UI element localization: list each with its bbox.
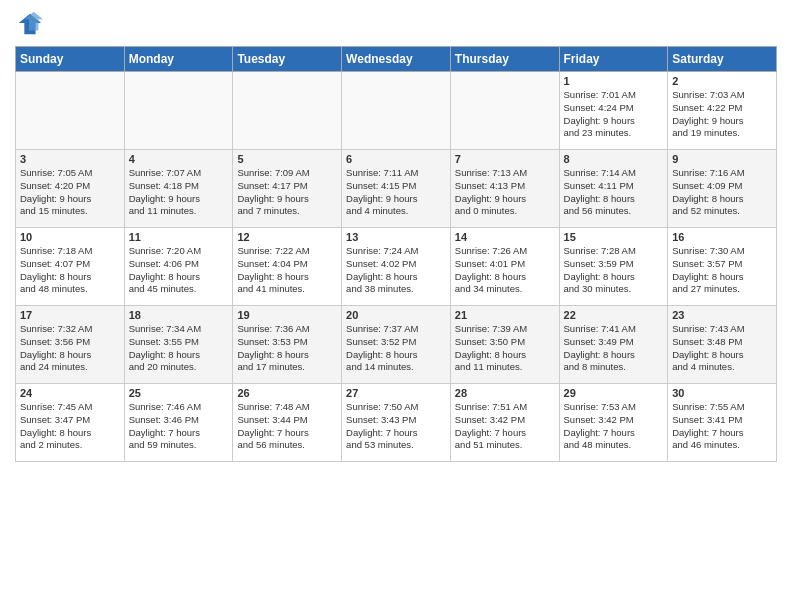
day-cell: 5Sunrise: 7:09 AM Sunset: 4:17 PM Daylig… (233, 150, 342, 228)
weekday-header-saturday: Saturday (668, 47, 777, 72)
day-info: Sunrise: 7:28 AM Sunset: 3:59 PM Dayligh… (564, 245, 664, 296)
weekday-header-row: SundayMondayTuesdayWednesdayThursdayFrid… (16, 47, 777, 72)
day-info: Sunrise: 7:13 AM Sunset: 4:13 PM Dayligh… (455, 167, 555, 218)
day-number: 8 (564, 153, 664, 165)
day-cell: 28Sunrise: 7:51 AM Sunset: 3:42 PM Dayli… (450, 384, 559, 462)
day-info: Sunrise: 7:46 AM Sunset: 3:46 PM Dayligh… (129, 401, 229, 452)
calendar-table: SundayMondayTuesdayWednesdayThursdayFrid… (15, 46, 777, 462)
day-number: 26 (237, 387, 337, 399)
day-number: 20 (346, 309, 446, 321)
day-info: Sunrise: 7:51 AM Sunset: 3:42 PM Dayligh… (455, 401, 555, 452)
day-info: Sunrise: 7:50 AM Sunset: 3:43 PM Dayligh… (346, 401, 446, 452)
week-row-3: 10Sunrise: 7:18 AM Sunset: 4:07 PM Dayli… (16, 228, 777, 306)
week-row-1: 1Sunrise: 7:01 AM Sunset: 4:24 PM Daylig… (16, 72, 777, 150)
day-info: Sunrise: 7:43 AM Sunset: 3:48 PM Dayligh… (672, 323, 772, 374)
day-number: 28 (455, 387, 555, 399)
weekday-header-monday: Monday (124, 47, 233, 72)
day-number: 25 (129, 387, 229, 399)
day-cell: 9Sunrise: 7:16 AM Sunset: 4:09 PM Daylig… (668, 150, 777, 228)
logo-icon (15, 10, 43, 38)
day-cell: 10Sunrise: 7:18 AM Sunset: 4:07 PM Dayli… (16, 228, 125, 306)
day-cell: 1Sunrise: 7:01 AM Sunset: 4:24 PM Daylig… (559, 72, 668, 150)
weekday-header-friday: Friday (559, 47, 668, 72)
day-cell: 18Sunrise: 7:34 AM Sunset: 3:55 PM Dayli… (124, 306, 233, 384)
day-cell: 22Sunrise: 7:41 AM Sunset: 3:49 PM Dayli… (559, 306, 668, 384)
day-info: Sunrise: 7:26 AM Sunset: 4:01 PM Dayligh… (455, 245, 555, 296)
day-info: Sunrise: 7:34 AM Sunset: 3:55 PM Dayligh… (129, 323, 229, 374)
day-number: 4 (129, 153, 229, 165)
day-info: Sunrise: 7:48 AM Sunset: 3:44 PM Dayligh… (237, 401, 337, 452)
day-cell: 15Sunrise: 7:28 AM Sunset: 3:59 PM Dayli… (559, 228, 668, 306)
weekday-header-thursday: Thursday (450, 47, 559, 72)
day-info: Sunrise: 7:18 AM Sunset: 4:07 PM Dayligh… (20, 245, 120, 296)
day-cell: 19Sunrise: 7:36 AM Sunset: 3:53 PM Dayli… (233, 306, 342, 384)
day-info: Sunrise: 7:32 AM Sunset: 3:56 PM Dayligh… (20, 323, 120, 374)
weekday-header-wednesday: Wednesday (342, 47, 451, 72)
day-number: 14 (455, 231, 555, 243)
day-number: 10 (20, 231, 120, 243)
day-number: 18 (129, 309, 229, 321)
day-number: 13 (346, 231, 446, 243)
day-info: Sunrise: 7:22 AM Sunset: 4:04 PM Dayligh… (237, 245, 337, 296)
day-cell: 4Sunrise: 7:07 AM Sunset: 4:18 PM Daylig… (124, 150, 233, 228)
day-info: Sunrise: 7:03 AM Sunset: 4:22 PM Dayligh… (672, 89, 772, 140)
day-cell: 17Sunrise: 7:32 AM Sunset: 3:56 PM Dayli… (16, 306, 125, 384)
day-info: Sunrise: 7:01 AM Sunset: 4:24 PM Dayligh… (564, 89, 664, 140)
day-cell: 29Sunrise: 7:53 AM Sunset: 3:42 PM Dayli… (559, 384, 668, 462)
day-cell (16, 72, 125, 150)
day-number: 6 (346, 153, 446, 165)
day-number: 1 (564, 75, 664, 87)
day-cell (124, 72, 233, 150)
day-number: 7 (455, 153, 555, 165)
day-number: 2 (672, 75, 772, 87)
day-info: Sunrise: 7:53 AM Sunset: 3:42 PM Dayligh… (564, 401, 664, 452)
day-cell: 13Sunrise: 7:24 AM Sunset: 4:02 PM Dayli… (342, 228, 451, 306)
day-info: Sunrise: 7:36 AM Sunset: 3:53 PM Dayligh… (237, 323, 337, 374)
day-cell (342, 72, 451, 150)
day-number: 24 (20, 387, 120, 399)
day-number: 5 (237, 153, 337, 165)
day-cell (450, 72, 559, 150)
day-cell: 16Sunrise: 7:30 AM Sunset: 3:57 PM Dayli… (668, 228, 777, 306)
weekday-header-sunday: Sunday (16, 47, 125, 72)
day-cell: 26Sunrise: 7:48 AM Sunset: 3:44 PM Dayli… (233, 384, 342, 462)
page: SundayMondayTuesdayWednesdayThursdayFrid… (0, 0, 792, 612)
day-number: 23 (672, 309, 772, 321)
day-number: 29 (564, 387, 664, 399)
day-cell: 7Sunrise: 7:13 AM Sunset: 4:13 PM Daylig… (450, 150, 559, 228)
week-row-2: 3Sunrise: 7:05 AM Sunset: 4:20 PM Daylig… (16, 150, 777, 228)
day-info: Sunrise: 7:11 AM Sunset: 4:15 PM Dayligh… (346, 167, 446, 218)
day-info: Sunrise: 7:09 AM Sunset: 4:17 PM Dayligh… (237, 167, 337, 218)
day-cell: 27Sunrise: 7:50 AM Sunset: 3:43 PM Dayli… (342, 384, 451, 462)
logo (15, 10, 47, 38)
day-info: Sunrise: 7:37 AM Sunset: 3:52 PM Dayligh… (346, 323, 446, 374)
day-number: 15 (564, 231, 664, 243)
day-info: Sunrise: 7:45 AM Sunset: 3:47 PM Dayligh… (20, 401, 120, 452)
day-cell: 8Sunrise: 7:14 AM Sunset: 4:11 PM Daylig… (559, 150, 668, 228)
day-number: 30 (672, 387, 772, 399)
day-number: 12 (237, 231, 337, 243)
day-cell: 14Sunrise: 7:26 AM Sunset: 4:01 PM Dayli… (450, 228, 559, 306)
header (15, 10, 777, 38)
day-number: 11 (129, 231, 229, 243)
day-number: 17 (20, 309, 120, 321)
day-number: 19 (237, 309, 337, 321)
day-cell: 11Sunrise: 7:20 AM Sunset: 4:06 PM Dayli… (124, 228, 233, 306)
day-cell: 3Sunrise: 7:05 AM Sunset: 4:20 PM Daylig… (16, 150, 125, 228)
week-row-5: 24Sunrise: 7:45 AM Sunset: 3:47 PM Dayli… (16, 384, 777, 462)
day-info: Sunrise: 7:30 AM Sunset: 3:57 PM Dayligh… (672, 245, 772, 296)
week-row-4: 17Sunrise: 7:32 AM Sunset: 3:56 PM Dayli… (16, 306, 777, 384)
day-cell: 6Sunrise: 7:11 AM Sunset: 4:15 PM Daylig… (342, 150, 451, 228)
day-info: Sunrise: 7:24 AM Sunset: 4:02 PM Dayligh… (346, 245, 446, 296)
day-info: Sunrise: 7:20 AM Sunset: 4:06 PM Dayligh… (129, 245, 229, 296)
day-cell: 2Sunrise: 7:03 AM Sunset: 4:22 PM Daylig… (668, 72, 777, 150)
weekday-header-tuesday: Tuesday (233, 47, 342, 72)
day-info: Sunrise: 7:14 AM Sunset: 4:11 PM Dayligh… (564, 167, 664, 218)
day-cell: 30Sunrise: 7:55 AM Sunset: 3:41 PM Dayli… (668, 384, 777, 462)
day-cell: 20Sunrise: 7:37 AM Sunset: 3:52 PM Dayli… (342, 306, 451, 384)
day-number: 9 (672, 153, 772, 165)
day-number: 3 (20, 153, 120, 165)
day-info: Sunrise: 7:41 AM Sunset: 3:49 PM Dayligh… (564, 323, 664, 374)
day-cell: 21Sunrise: 7:39 AM Sunset: 3:50 PM Dayli… (450, 306, 559, 384)
day-number: 16 (672, 231, 772, 243)
